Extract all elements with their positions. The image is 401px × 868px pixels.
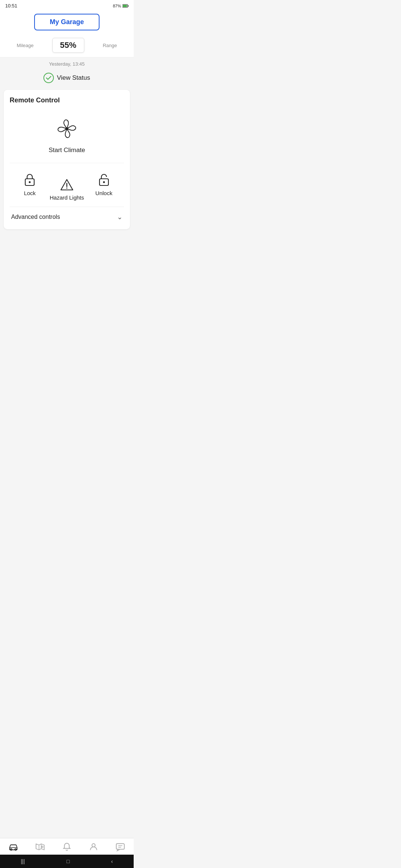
view-status-row[interactable]: View Status [0, 70, 134, 88]
check-circle-icon [43, 73, 54, 83]
range-label: Range [103, 43, 117, 48]
status-battery: 87% [113, 4, 121, 8]
advanced-label: Advanced controls [11, 214, 60, 220]
lock-label: Lock [24, 190, 36, 196]
mileage-label: Mileage [17, 43, 34, 48]
status-time: 10:51 [5, 3, 17, 9]
climate-section[interactable]: Start Climate [10, 113, 124, 163]
mileage-stat: Mileage [17, 43, 34, 48]
svg-point-11 [103, 181, 105, 183]
hazard-label: Hazard Lights [50, 194, 84, 201]
stats-row: Mileage 55% Range [0, 35, 134, 57]
battery-stat: 55% [52, 38, 84, 53]
status-bar: 10:51 87% [0, 0, 134, 10]
advanced-controls-row[interactable]: Advanced controls ⌄ [10, 207, 124, 223]
view-status-label: View Status [57, 74, 90, 82]
climate-label: Start Climate [49, 147, 85, 154]
remote-control-title: Remote Control [10, 96, 124, 104]
svg-point-9 [66, 188, 67, 189]
svg-point-3 [44, 73, 53, 83]
hazard-icon [60, 178, 74, 191]
svg-point-6 [29, 181, 31, 183]
range-stat: Range [103, 43, 117, 48]
lock-button[interactable]: Lock [17, 172, 43, 196]
battery-icon [123, 4, 128, 8]
hazard-button[interactable]: Hazard Lights [50, 172, 84, 201]
fan-icon [55, 117, 79, 141]
remote-control-card: Remote Control Start Climate Lock [4, 90, 130, 229]
header: My Garage [0, 10, 134, 35]
lock-icon [22, 172, 37, 187]
my-garage-button[interactable]: My Garage [34, 14, 100, 30]
unlock-button[interactable]: Unlock [91, 172, 117, 196]
unlock-label: Unlock [95, 190, 113, 196]
svg-rect-2 [123, 5, 127, 7]
chevron-down-icon: ⌄ [117, 213, 123, 221]
unlock-icon [97, 172, 111, 187]
controls-row: Lock Hazard Lights Unlock [10, 163, 124, 207]
svg-rect-1 [128, 5, 129, 7]
last-updated: Yesterday, 13:45 [0, 57, 134, 70]
status-right: 87% [113, 4, 128, 8]
battery-value: 55% [60, 40, 76, 50]
